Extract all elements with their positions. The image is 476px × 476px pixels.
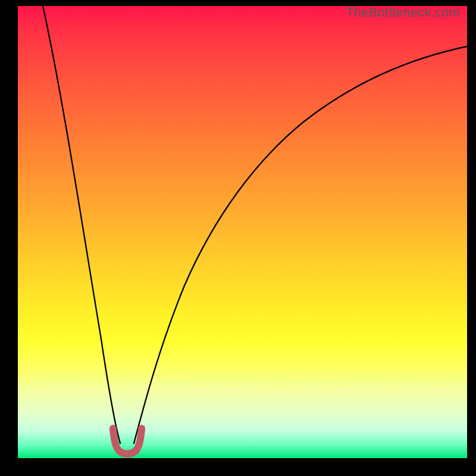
marker-dot-right [138,425,145,432]
plot-area: TheBottleneck.com [18,6,467,458]
marker-dot-left [109,425,117,432]
curve-left-limb [43,6,120,443]
curve-svg [18,6,467,458]
chart-frame: TheBottleneck.com [0,0,476,476]
curve-right-limb [134,46,467,443]
